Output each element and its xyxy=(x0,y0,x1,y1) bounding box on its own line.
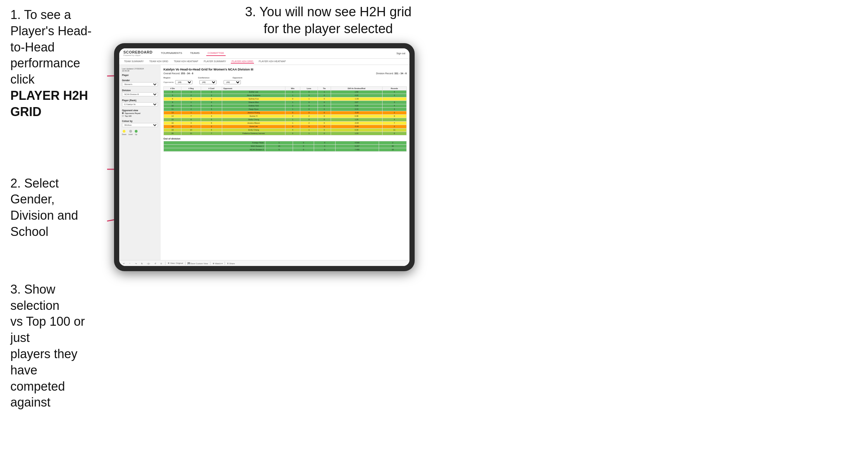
out-division-table: Foreign Team 1 0 0 4.500 2 NAIA Division… xyxy=(163,141,407,152)
td-loss: 0 xyxy=(300,111,318,114)
td-win: 2 xyxy=(285,132,300,135)
td-rounds: 7 xyxy=(382,121,406,125)
division-dropdown[interactable]: NCAA Division III NCAA Division I NCAA D… xyxy=(122,92,158,96)
td-win: 4 xyxy=(285,128,300,132)
td-reg: 3 xyxy=(181,97,201,101)
td-diff: -1.00 xyxy=(331,97,382,101)
toolbar-nav[interactable]: ◁▷ xyxy=(146,262,151,265)
td-conf: 6 xyxy=(201,128,222,132)
opponent-radio-group: Opponents Played Top 100 xyxy=(122,112,158,117)
td-loss: 2 xyxy=(300,121,318,125)
td-tie: 0 xyxy=(318,104,331,107)
td-reg: 2 xyxy=(181,107,201,111)
logo-area: SCOREBOARD Powered by clippd xyxy=(123,50,152,57)
nav-tournaments[interactable]: TOURNAMENTS xyxy=(159,51,183,56)
td-loss: 1 xyxy=(300,128,318,132)
sub-nav: TEAM SUMMARY TEAM H2H GRID TEAM H2H HEAT… xyxy=(119,59,409,65)
toolbar-watch-label[interactable]: 👁 Watch ▾ xyxy=(213,262,223,265)
nav-items: TOURNAMENTS TEAMS COMMITTEE xyxy=(159,51,389,56)
sub-nav-player-summary[interactable]: PLAYER SUMMARY xyxy=(203,60,227,64)
td-div: 6 xyxy=(164,97,181,101)
td-out-diff: 4.500 xyxy=(335,141,379,144)
instructions-left: 1. To see a Player's Head- to-Head perfo… xyxy=(0,0,107,428)
radio-opponents-played[interactable]: Opponents Played xyxy=(122,112,158,114)
td-reg: 2 xyxy=(181,125,201,128)
toolbar-swap[interactable]: ⇅ xyxy=(140,262,144,265)
step1-bold: PLAYER H2H GRID xyxy=(10,88,88,119)
th-tie: Tie xyxy=(318,86,331,90)
td-out-win: 5 xyxy=(265,148,293,151)
td-conf: 2 xyxy=(201,94,222,97)
td-out-diff: 9.267 xyxy=(335,144,379,148)
colour-by-dropdown[interactable]: Win/loss xyxy=(122,123,158,127)
sub-nav-team-h2h-grid[interactable]: TEAM H2H GRID xyxy=(149,60,169,64)
sign-out[interactable]: Sign out xyxy=(396,52,405,55)
td-name: Sydney Kuo xyxy=(222,97,285,101)
td-name: Sharon Mun xyxy=(222,101,285,104)
app-logo-sub: Powered by clippd xyxy=(123,54,152,57)
th-win: Win xyxy=(285,86,300,90)
td-div: 19 xyxy=(164,128,181,132)
td-div: 18 xyxy=(164,125,181,128)
toolbar-undo[interactable]: ↩ xyxy=(122,262,126,265)
toolbar-sep2 xyxy=(185,261,186,265)
td-name: Heejo Hyun xyxy=(222,107,285,111)
toolbar-sep3 xyxy=(210,261,210,265)
toolbar-redo[interactable]: ↪ xyxy=(134,262,138,265)
td-win: 1 xyxy=(285,94,300,97)
td-win: 1 xyxy=(285,118,300,121)
td-loss: 0 xyxy=(300,107,318,111)
toolbar-target[interactable]: ⊙ xyxy=(159,262,163,265)
td-div: 14 xyxy=(164,114,181,118)
toolbar-share-label[interactable]: ⬆ Share xyxy=(227,262,235,265)
record-row: Overall Record: 353 - 34 - 6 Division Re… xyxy=(163,72,407,75)
toolbar-refresh[interactable]: ↺ xyxy=(153,262,157,265)
td-tie: 0 xyxy=(318,118,331,121)
nav-teams[interactable]: TEAMS xyxy=(189,51,201,56)
td-tie: 1 xyxy=(318,90,331,94)
player-rank-dropdown[interactable]: 8. Katelyn Vo xyxy=(122,102,158,106)
td-name: Esther Lee xyxy=(222,90,285,94)
right-content: Katelyn Vo Head-to-Head Grid for Women's… xyxy=(161,65,409,260)
colour-by-section: Colour by Win/loss xyxy=(122,120,158,127)
td-rounds xyxy=(382,97,406,101)
td-win: 1 xyxy=(285,90,300,94)
td-out-loss: 0 xyxy=(293,141,314,144)
td-rounds: 3 xyxy=(382,107,406,111)
filter-section: Region Conference Opponent Opponents: (A… xyxy=(163,77,407,84)
player-label: Player xyxy=(122,74,158,76)
nav-committee[interactable]: COMMITTEE xyxy=(206,51,226,56)
left-panel: Last Updated: 27/03/2024 16:55:38 Player… xyxy=(119,65,161,260)
td-div: 11 xyxy=(164,107,181,111)
th-div: # Div xyxy=(164,86,181,90)
td-out-tie: 0 xyxy=(314,141,335,144)
td-rounds: 3 xyxy=(382,94,406,97)
sub-nav-team-summary[interactable]: TEAM SUMMARY xyxy=(123,60,144,64)
td-div: 9 xyxy=(164,101,181,104)
toolbar-save-label[interactable]: 💾 Save Custom View xyxy=(188,262,208,265)
td-loss: 0 xyxy=(300,94,318,97)
td-reg: 6 xyxy=(181,104,201,107)
td-reg: 1 xyxy=(181,101,201,104)
radio-top100[interactable]: Top 100 xyxy=(122,115,158,117)
td-tie: 0 xyxy=(318,94,331,97)
td-conf: 4 xyxy=(201,114,222,118)
sub-nav-team-h2h-heatmap[interactable]: TEAM H2H HEATMAP xyxy=(173,60,199,64)
sub-nav-player-h2h-grid[interactable]: PLAYER H2H GRID xyxy=(231,60,254,64)
td-tie: 0 xyxy=(318,111,331,114)
td-tie: 0 xyxy=(318,114,331,118)
td-rounds: 9 xyxy=(382,114,406,118)
legend-up-dot xyxy=(135,130,138,133)
out-div-row: Foreign Team 1 0 0 4.500 2 xyxy=(164,141,407,144)
conference-filter-select[interactable]: (All) xyxy=(199,80,217,84)
td-conf: 5 xyxy=(201,107,222,111)
opponent-filter-select[interactable]: (All) xyxy=(224,80,241,84)
gender-dropdown[interactable]: Women's Men's xyxy=(122,82,158,86)
toolbar-back[interactable]: ← xyxy=(128,262,132,265)
th-diff: Diff Av Strokes/Rnd xyxy=(331,86,382,90)
region-filter-select[interactable]: (All) xyxy=(175,80,192,84)
td-out-name: NAIA Division 1 xyxy=(164,144,265,148)
sub-nav-player-h2h-heatmap[interactable]: PLAYER H2H HEATMAP xyxy=(258,60,286,64)
td-win: 1 xyxy=(285,107,300,111)
table-row: 10 6 3 Andrea York 2 0 0 4.00 4 xyxy=(164,104,407,107)
